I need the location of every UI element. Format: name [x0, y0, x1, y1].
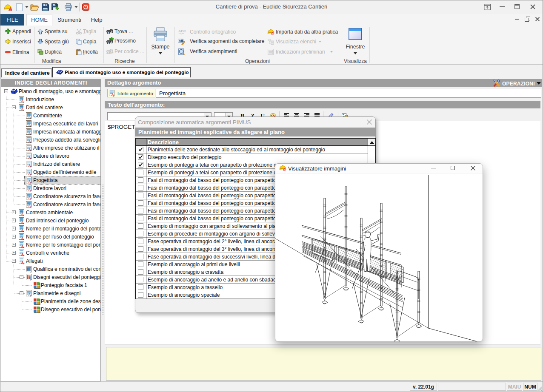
svg-text:AB: AB — [179, 39, 183, 43]
svg-text:ABC: ABC — [178, 29, 186, 33]
